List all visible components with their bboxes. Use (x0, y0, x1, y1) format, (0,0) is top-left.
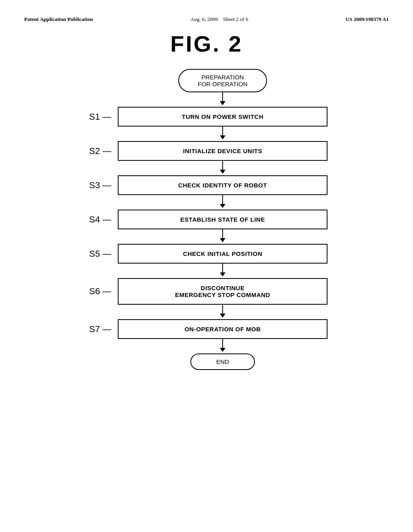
step-s1-box: TURN ON POWER SWITCH (118, 107, 327, 127)
step-s4-label: S4 — (86, 214, 118, 225)
arrow-inner-3 (118, 161, 327, 175)
step-s2-label: S2 — (86, 146, 118, 156)
step-s3-row: S3 — CHECK IDENTITY OF ROBOT (86, 175, 327, 195)
step-s6-row: S6 — DISCONTINUEEMERGENCY STOP COMMAND (86, 278, 327, 305)
step-s4-row: S4 — ESTABLISH STATE OF LINE (86, 210, 327, 229)
page: Patent Application Publication Aug. 6, 2… (0, 0, 413, 532)
start-terminal: PREPARATIONFOR OPERATION (178, 69, 267, 92)
arrow-inner-1 (118, 92, 327, 107)
step-s6-text: DISCONTINUEEMERGENCY STOP COMMAND (175, 285, 270, 298)
figure-title: FIG. 2 (24, 31, 389, 57)
start-terminal-inner: PREPARATIONFOR OPERATION (118, 69, 327, 92)
arrow-4 (86, 195, 327, 210)
arrow-inner-5 (118, 229, 327, 244)
step-s2-row: S2 — INITIALIZE DEVICE UNITS (86, 141, 327, 161)
step-s1-text: TURN ON POWER SWITCH (182, 113, 264, 120)
step-s7-box: ON-OPERATION OF MOB (118, 319, 327, 339)
step-s2-text: INITIALIZE DEVICE UNITS (183, 148, 263, 154)
end-terminal: END (190, 353, 255, 370)
arrow-inner-6 (118, 264, 327, 278)
step-s5-label: S5 — (86, 249, 118, 259)
end-terminal-container: END (86, 353, 327, 370)
step-s7-text: ON-OPERATION OF MOB (184, 326, 261, 332)
arrow-8 (86, 339, 327, 353)
flowchart: PREPARATIONFOR OPERATION S1 — TURN ON PO… (24, 69, 389, 370)
step-s1-row: S1 — TURN ON POWER SWITCH (86, 107, 327, 127)
arrow-inner-4 (118, 195, 327, 210)
arrow-2 (86, 127, 327, 141)
header-date-sheet: Aug. 6, 2009 Sheet 2 of 6 (190, 16, 248, 23)
step-s6-box: DISCONTINUEEMERGENCY STOP COMMAND (118, 278, 327, 305)
arrow-inner-7 (118, 305, 327, 319)
start-terminal-container: PREPARATIONFOR OPERATION (86, 69, 327, 92)
end-terminal-inner: END (118, 353, 327, 370)
arrow-inner-2 (118, 127, 327, 141)
header-sheet: Sheet 2 of 6 (223, 16, 248, 22)
step-s4-text: ESTABLISH STATE OF LINE (180, 216, 265, 223)
step-s5-text: CHECK INITIAL POSITION (183, 250, 263, 257)
step-s1-label: S1 — (86, 112, 118, 122)
step-s3-box: CHECK IDENTITY OF ROBOT (118, 175, 327, 195)
step-s3-text: CHECK IDENTITY OF ROBOT (178, 182, 267, 189)
step-s7-row: S7 — ON-OPERATION OF MOB (86, 319, 327, 339)
arrow-1 (86, 92, 327, 107)
step-s7-label: S7 — (86, 324, 118, 335)
step-s4-box: ESTABLISH STATE OF LINE (118, 210, 327, 229)
header-patent-number: US 2009/198379 A1 (346, 16, 389, 23)
arrow-7 (86, 305, 327, 319)
step-s3-label: S3 — (86, 180, 118, 191)
arrow-3 (86, 161, 327, 175)
step-s5-row: S5 — CHECK INITIAL POSITION (86, 244, 327, 264)
header-publication-label: Patent Application Publication (24, 16, 93, 23)
arrow-5 (86, 229, 327, 244)
end-label: END (216, 358, 229, 365)
page-header: Patent Application Publication Aug. 6, 2… (24, 16, 389, 23)
arrow-inner-8 (118, 339, 327, 353)
step-s5-box: CHECK INITIAL POSITION (118, 244, 327, 264)
step-s6-label: S6 — (86, 286, 118, 297)
start-label: PREPARATIONFOR OPERATION (198, 74, 247, 87)
arrow-6 (86, 264, 327, 278)
step-s2-box: INITIALIZE DEVICE UNITS (118, 141, 327, 161)
header-date: Aug. 6, 2009 (190, 16, 218, 22)
